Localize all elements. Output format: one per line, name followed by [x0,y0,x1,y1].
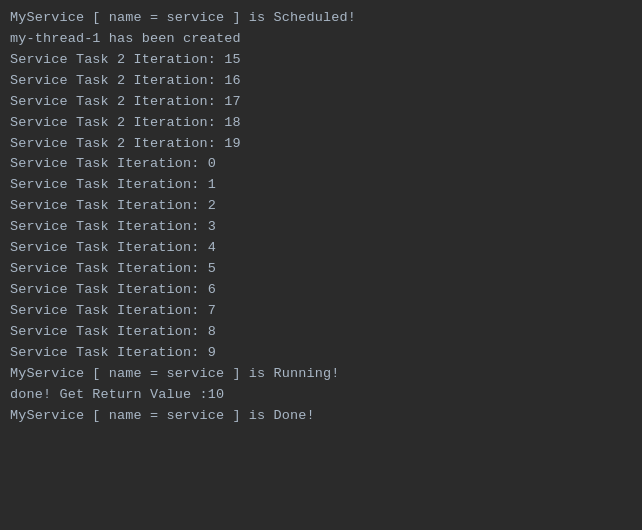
terminal-line: Service Task Iteration: 3 [10,217,632,238]
terminal-line: Service Task 2 Iteration: 18 [10,113,632,134]
terminal-line: MyService [ name = service ] is Done! [10,406,632,427]
terminal-line: Service Task Iteration: 6 [10,280,632,301]
terminal-line: Service Task Iteration: 8 [10,322,632,343]
terminal-line: my-thread-1 has been created [10,29,632,50]
terminal-line: Service Task Iteration: 4 [10,238,632,259]
terminal-line: Service Task Iteration: 7 [10,301,632,322]
terminal-line: Service Task Iteration: 1 [10,175,632,196]
terminal-line: Service Task 2 Iteration: 19 [10,134,632,155]
terminal-line: done! Get Return Value :10 [10,385,632,406]
terminal-line: MyService [ name = service ] is Running! [10,364,632,385]
terminal-line: Service Task 2 Iteration: 16 [10,71,632,92]
terminal-line: MyService [ name = service ] is Schedule… [10,8,632,29]
terminal-line: Service Task Iteration: 2 [10,196,632,217]
terminal-line: Service Task 2 Iteration: 15 [10,50,632,71]
terminal-line: Service Task Iteration: 0 [10,154,632,175]
terminal-line: Service Task Iteration: 5 [10,259,632,280]
terminal-output: MyService [ name = service ] is Schedule… [0,0,642,530]
terminal-line: Service Task Iteration: 9 [10,343,632,364]
terminal-line: Service Task 2 Iteration: 17 [10,92,632,113]
